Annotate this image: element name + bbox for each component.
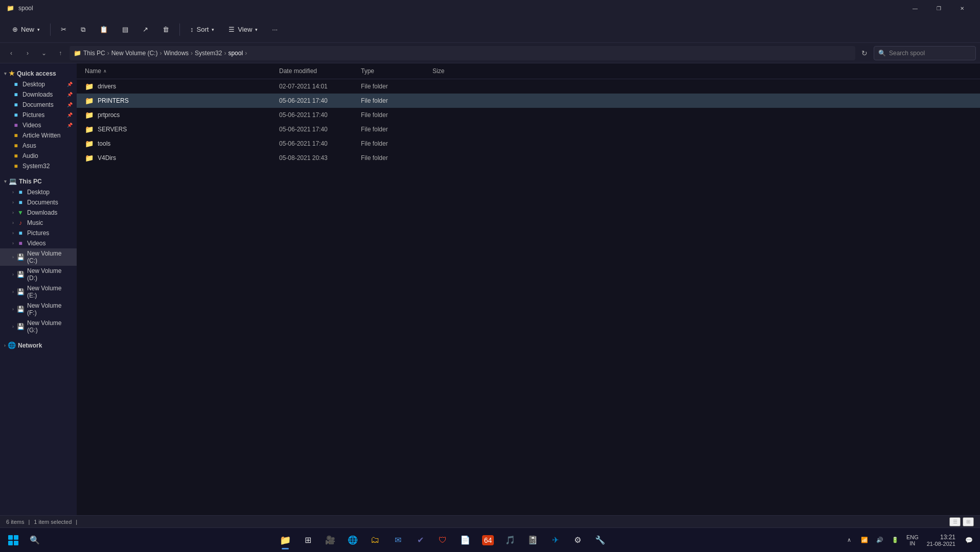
- sidebar-item-pc-desktop[interactable]: › ■ Desktop: [0, 187, 77, 197]
- tray-network-icon[interactable]: 📶: [857, 533, 872, 547]
- sidebar: ▾ ★ Quick access ■ Desktop 📌 ■ Downloads…: [0, 63, 77, 515]
- recent-button[interactable]: ⌄: [37, 46, 51, 60]
- large-icons-view-button[interactable]: ⊞: [963, 517, 974, 526]
- copy-button[interactable]: ⧉: [75, 22, 92, 37]
- breadcrumb-this-pc[interactable]: This PC: [83, 50, 105, 57]
- tray-chevron[interactable]: ∧: [842, 533, 856, 547]
- start-button[interactable]: [4, 531, 22, 549]
- taskbar-search-button[interactable]: 🔍: [26, 531, 44, 549]
- pin-icon-downloads: 📌: [67, 92, 73, 97]
- paste-button[interactable]: 📋: [94, 22, 114, 36]
- folder-icon: 📁: [85, 82, 94, 90]
- taskbar-app-onenote[interactable]: 📓: [522, 530, 543, 550]
- pc-pics-chevron-icon: ›: [12, 231, 14, 236]
- toolbar-separator-1: [50, 24, 51, 36]
- sidebar-item-audio[interactable]: ■ Audio: [0, 151, 77, 161]
- refresh-button[interactable]: ↻: [857, 46, 872, 60]
- sidebar-item-new-volume-d[interactable]: › 💾 New Volume (D:): [0, 266, 77, 283]
- forward-button[interactable]: ›: [20, 46, 35, 60]
- sidebar-item-pictures-quick[interactable]: ■ Pictures 📌: [0, 110, 77, 120]
- sidebar-item-pc-videos[interactable]: › ■ Videos: [0, 238, 77, 248]
- taskbar-app-zoom[interactable]: 🎥: [320, 530, 340, 550]
- taskbar-app-todo[interactable]: ✔: [410, 530, 430, 550]
- taskbar-app-folder[interactable]: 🗂: [365, 530, 385, 550]
- sidebar-item-pc-documents[interactable]: › ■ Documents: [0, 197, 77, 208]
- share-button[interactable]: ↗: [136, 22, 154, 36]
- col-size-header[interactable]: Size: [432, 65, 484, 77]
- taskbar-app-word[interactable]: 📄: [455, 530, 475, 550]
- table-row[interactable]: 📁 V4Dirs 05-08-2021 20:43 File folder: [77, 151, 980, 165]
- sidebar-item-new-volume-e[interactable]: › 💾 New Volume (E:): [0, 283, 77, 301]
- breadcrumb-new-volume-c[interactable]: New Volume (C:): [111, 50, 158, 57]
- minimize-button[interactable]: —: [903, 0, 927, 16]
- new-button[interactable]: ⊕ New ▾: [6, 22, 46, 36]
- sidebar-this-pc-header[interactable]: ▾ 💻 This PC: [0, 175, 77, 187]
- taskbar-app-file-explorer[interactable]: 📁: [275, 530, 295, 550]
- close-button[interactable]: ✕: [950, 0, 974, 16]
- table-row[interactable]: 📁 drivers 02-07-2021 14:01 File folder: [77, 79, 980, 94]
- sidebar-item-videos-quick[interactable]: ■ Videos 📌: [0, 120, 77, 130]
- breadcrumb-system32[interactable]: System32: [195, 50, 222, 57]
- sidebar-item-documents-quick[interactable]: ■ Documents 📌: [0, 100, 77, 110]
- taskbar-app-task-view[interactable]: ⊞: [298, 530, 318, 550]
- sidebar-network-header[interactable]: › 🌐 Network: [0, 339, 77, 351]
- sidebar-item-system32[interactable]: ■ System32: [0, 161, 77, 171]
- cut-button[interactable]: ✂: [55, 22, 73, 36]
- rename-button[interactable]: ▤: [116, 22, 134, 36]
- view-button[interactable]: ☰ View ▾: [222, 22, 264, 36]
- copy-icon: ⧉: [81, 26, 85, 34]
- taskbar-app-app1[interactable]: 64: [477, 530, 498, 550]
- tray-battery-icon[interactable]: 🔋: [888, 533, 902, 547]
- sidebar-item-new-volume-g[interactable]: › 💾 New Volume (G:): [0, 318, 77, 335]
- sidebar-item-asus[interactable]: ■ Asus: [0, 141, 77, 151]
- breadcrumb[interactable]: 📁 This PC › New Volume (C:) › Windows › …: [70, 46, 855, 60]
- tray-volume-icon[interactable]: 🔊: [873, 533, 887, 547]
- sidebar-item-new-volume-c[interactable]: › 💾 New Volume (C:): [0, 248, 77, 266]
- sort-icon: ↕: [190, 26, 194, 33]
- language-indicator[interactable]: ENGIN: [904, 534, 921, 546]
- col-name-header[interactable]: Name ∧: [85, 65, 279, 77]
- table-row[interactable]: 📁 tools 05-06-2021 17:40 File folder: [77, 136, 980, 151]
- svg-rect-0: [8, 535, 13, 540]
- clock[interactable]: 13:21 21-08-2021: [923, 534, 960, 547]
- back-button[interactable]: ‹: [4, 46, 18, 60]
- sort-button[interactable]: ↕ Sort ▾: [184, 22, 220, 36]
- col-date-header[interactable]: Date modified: [279, 65, 361, 77]
- taskbar-app-music[interactable]: 🎵: [500, 530, 520, 550]
- sidebar-quick-access-header[interactable]: ▾ ★ Quick access: [0, 67, 77, 79]
- delete-button[interactable]: 🗑: [156, 22, 175, 36]
- table-row[interactable]: 📁 PRINTERS 05-06-2021 17:40 File folder: [77, 94, 980, 108]
- maximize-button[interactable]: ❐: [927, 0, 950, 16]
- taskbar-right: ∧ 📶 🔊 🔋 ENGIN 13:21 21-08-2021 💬: [842, 533, 976, 547]
- sidebar-item-pc-downloads[interactable]: › ▼ Downloads: [0, 208, 77, 218]
- breadcrumb-spool[interactable]: spool: [228, 50, 243, 57]
- this-pc-chevron-icon: ▾: [4, 179, 7, 184]
- details-view-button[interactable]: ☰: [949, 517, 961, 526]
- sidebar-item-pc-pictures[interactable]: › ■ Pictures: [0, 228, 77, 238]
- taskbar-app-mail[interactable]: ✉: [388, 530, 408, 550]
- sidebar-item-desktop-quick[interactable]: ■ Desktop 📌: [0, 79, 77, 89]
- taskbar-app-telegram[interactable]: ✈: [545, 530, 565, 550]
- table-row[interactable]: 📁 SERVERS 05-06-2021 17:40 File folder: [77, 122, 980, 136]
- delete-icon: 🗑: [163, 26, 169, 33]
- search-box[interactable]: 🔍 Search spool: [874, 46, 976, 60]
- taskbar-app-da[interactable]: 🔧: [590, 530, 610, 550]
- sidebar-item-downloads-quick[interactable]: ■ Downloads 📌: [0, 89, 77, 100]
- breadcrumb-windows[interactable]: Windows: [164, 50, 189, 57]
- taskbar-app-settings[interactable]: ⚙: [567, 530, 588, 550]
- up-button[interactable]: ↑: [53, 46, 67, 60]
- notification-button[interactable]: 💬: [962, 533, 976, 547]
- sidebar-item-new-volume-f[interactable]: › 💾 New Volume (F:): [0, 301, 77, 318]
- sidebar-item-label: Videos: [22, 122, 41, 129]
- sidebar-item-label: System32: [22, 163, 50, 170]
- more-button[interactable]: ···: [266, 22, 284, 36]
- taskbar-app-brave[interactable]: 🛡: [432, 530, 453, 550]
- windows-logo-icon: [8, 535, 19, 546]
- table-row[interactable]: 📁 prtprocs 05-06-2021 17:40 File folder: [77, 108, 980, 122]
- sidebar-item-article-written[interactable]: ■ Article Written: [0, 130, 77, 141]
- sidebar-item-pc-music[interactable]: › ♪ Music: [0, 218, 77, 228]
- pc-pics-folder-icon: ■: [17, 229, 24, 237]
- taskbar-app-edge[interactable]: 🌐: [343, 530, 363, 550]
- col-type-header[interactable]: Type: [361, 65, 432, 77]
- toolbar: ⊕ New ▾ ✂ ⧉ 📋 ▤ ↗ 🗑 ↕ Sort ▾ ☰ View ▾ ··…: [0, 16, 980, 43]
